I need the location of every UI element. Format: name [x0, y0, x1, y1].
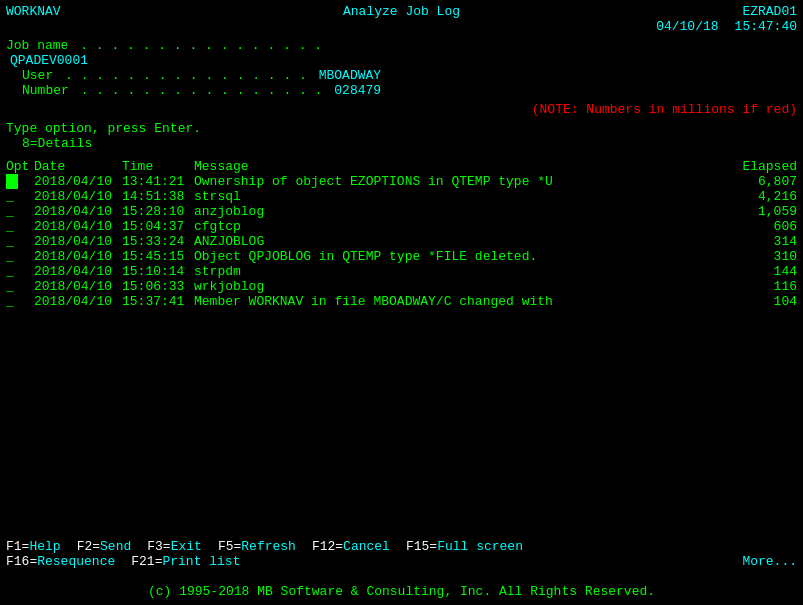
- user-line: User . . . . . . . . . . . . . . . . MBO…: [6, 68, 797, 83]
- job-name-line: Job name . . . . . . . . . . . . . . . .…: [6, 38, 797, 68]
- row-message: anzjoblog: [194, 204, 727, 219]
- number-label: Number . . . . . . . . . . . . . . . . 0…: [6, 83, 386, 98]
- number-line: Number . . . . . . . . . . . . . . . . 0…: [6, 83, 797, 98]
- row-time: 14:51:38: [122, 189, 194, 204]
- row-elapsed: 606: [727, 219, 797, 234]
- fkey-f21[interactable]: F21=Print list: [131, 554, 240, 569]
- row-message: Member WORKNAV in file MBOADWAY/C change…: [194, 294, 727, 309]
- row-date: 2018/04/10: [34, 219, 122, 234]
- system-name: EZRAD01: [742, 4, 797, 19]
- row-elapsed: 4,216: [727, 189, 797, 204]
- row-date: 2018/04/10: [34, 189, 122, 204]
- user-label: User . . . . . . . . . . . . . . . . MBO…: [6, 68, 386, 83]
- type-option-label: Type option, press Enter.: [6, 121, 797, 136]
- fkey-f15[interactable]: F15=Full screen: [406, 539, 523, 554]
- row-message: strsql: [194, 189, 727, 204]
- row-message: strpdm: [194, 264, 727, 279]
- row-time: 15:28:10: [122, 204, 194, 219]
- row-elapsed: 116: [727, 279, 797, 294]
- table-row: _2018/04/1015:28:10anzjoblog1,059: [6, 204, 797, 219]
- row-date: 2018/04/10: [34, 174, 122, 189]
- option-8-detail: 8=Details: [22, 136, 797, 151]
- fkey-f2[interactable]: F2=Send: [77, 539, 132, 554]
- row-time: 13:41:21: [122, 174, 194, 189]
- row-date: 2018/04/10: [34, 249, 122, 264]
- copyright-text: (c) 1995-2018 MB Software & Consulting, …: [6, 584, 797, 599]
- row-date: 2018/04/10: [34, 204, 122, 219]
- col-opt-header: Opt: [6, 159, 34, 174]
- row-elapsed: 104: [727, 294, 797, 309]
- function-keys-section: F1=Help F2=Send F3=Exit F5=Refresh F12=C…: [6, 539, 797, 569]
- table-row: _2018/04/1015:10:14strpdm144: [6, 264, 797, 279]
- table-row: _2018/04/1015:33:24ANZJOBLOG314: [6, 234, 797, 249]
- table-body: 2018/04/1013:41:21Ownership of object EZ…: [6, 174, 797, 309]
- row-message: cfgtcp: [194, 219, 727, 234]
- row-elapsed: 1,059: [727, 204, 797, 219]
- fkey-f12[interactable]: F12=Cancel: [312, 539, 390, 554]
- fkey-f1[interactable]: F1=Help: [6, 539, 61, 554]
- note-text: (NOTE: Numbers in millions if red): [6, 102, 797, 117]
- job-name-label: Job name . . . . . . . . . . . . . . . .…: [6, 38, 386, 68]
- row-message: ANZJOBLOG: [194, 234, 727, 249]
- row-time: 15:37:41: [122, 294, 194, 309]
- opt-input-cursor[interactable]: [6, 174, 18, 189]
- row-time: 15:33:24: [122, 234, 194, 249]
- row-time: 15:04:37: [122, 219, 194, 234]
- fkey-row-1: F1=Help F2=Send F3=Exit F5=Refresh F12=C…: [6, 539, 797, 554]
- table-row: _2018/04/1015:06:33wrkjoblog116: [6, 279, 797, 294]
- header-time: 15:47:40: [735, 19, 797, 34]
- row-time: 15:06:33: [122, 279, 194, 294]
- row-date: 2018/04/10: [34, 279, 122, 294]
- row-date: 2018/04/10: [34, 234, 122, 249]
- row-message: wrkjoblog: [194, 279, 727, 294]
- app-name: WORKNAV: [6, 4, 61, 19]
- table-row: _2018/04/1015:04:37cfgtcp606: [6, 219, 797, 234]
- fkey-row-2: F16=ResequenceF21=Print list More...: [6, 554, 797, 569]
- datetime-bar: 04/10/18 15:47:40: [6, 19, 797, 34]
- col-time-header: Time: [122, 159, 194, 174]
- col-date-header: Date: [34, 159, 122, 174]
- table-row: 2018/04/1013:41:21Ownership of object EZ…: [6, 174, 797, 189]
- row-message: Object QPJOBLOG in QTEMP type *FILE dele…: [194, 249, 727, 264]
- row-date: 2018/04/10: [34, 294, 122, 309]
- job-info-section: Job name . . . . . . . . . . . . . . . .…: [6, 38, 797, 98]
- more-indicator: More...: [742, 554, 797, 569]
- header-date: 04/10/18: [656, 19, 718, 34]
- fkey-f3[interactable]: F3=Exit: [147, 539, 202, 554]
- screen-title: Analyze Job Log: [343, 4, 460, 19]
- row-time: 15:10:14: [122, 264, 194, 279]
- row-elapsed: 314: [727, 234, 797, 249]
- table-row: _2018/04/1014:51:38strsql4,216: [6, 189, 797, 204]
- table-row: _2018/04/1015:45:15Object QPJOBLOG in QT…: [6, 249, 797, 264]
- col-elapsed-header: Elapsed: [727, 159, 797, 174]
- row-message: Ownership of object EZOPTIONS in QTEMP t…: [194, 174, 727, 189]
- row-elapsed: 144: [727, 264, 797, 279]
- row-date: 2018/04/10: [34, 264, 122, 279]
- table-header: Opt Date Time Message Elapsed: [6, 159, 797, 174]
- fkey-f16[interactable]: F16=Resequence: [6, 554, 115, 569]
- row-time: 15:45:15: [122, 249, 194, 264]
- terminal-screen: WORKNAV Analyze Job Log EZRAD01 04/10/18…: [0, 0, 803, 605]
- header-bar: WORKNAV Analyze Job Log EZRAD01: [6, 4, 797, 19]
- fkey-f5[interactable]: F5=Refresh: [218, 539, 296, 554]
- row-elapsed: 310: [727, 249, 797, 264]
- table-row: _2018/04/1015:37:41Member WORKNAV in fil…: [6, 294, 797, 309]
- row-elapsed: 6,807: [727, 174, 797, 189]
- col-message-header: Message: [194, 159, 727, 174]
